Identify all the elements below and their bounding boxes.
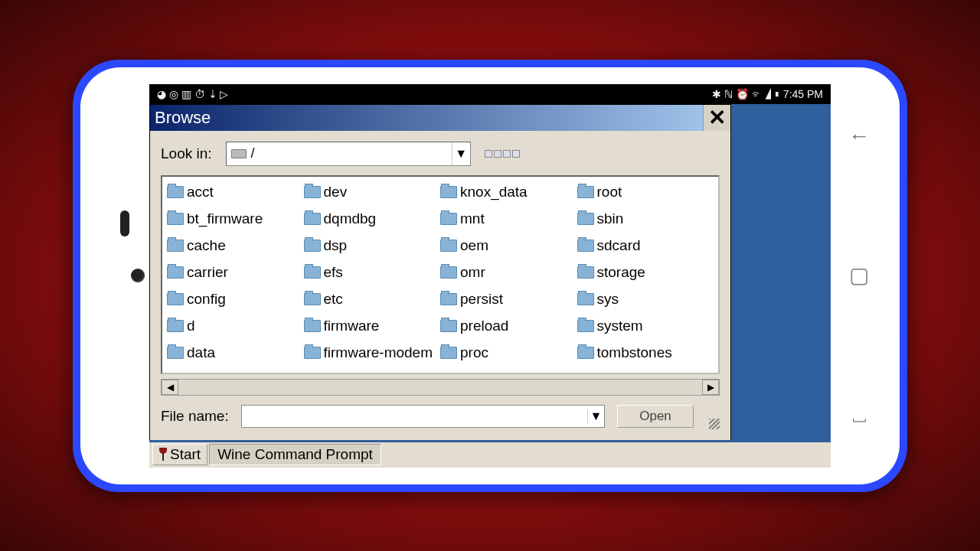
folder-icon (577, 266, 594, 279)
folder-item[interactable]: mnt (440, 208, 577, 230)
filename-row: File name: ▼ Open (161, 403, 720, 429)
folder-item[interactable]: oem (440, 235, 577, 256)
folder-icon (167, 320, 184, 332)
folder-item[interactable]: sdcard (577, 235, 714, 256)
filename-label: File name: (161, 408, 229, 425)
start-label: Start (170, 446, 201, 463)
folder-icon (577, 320, 594, 332)
folder-item[interactable]: tombstones (577, 342, 714, 364)
status-time: 7:45 PM (783, 88, 823, 100)
folder-icon (167, 347, 184, 359)
phone-frame: ◕ ◎ ▥ ⏱ ⇣ ▷ ✱ ℕ ⏰ ᯤ ◢ ▮ 7:45 PM Browse ✕… (73, 60, 907, 492)
chevron-down-icon[interactable]: ▼ (452, 142, 470, 165)
details-icon[interactable] (512, 150, 520, 158)
folder-item[interactable]: carrier (167, 262, 304, 283)
folder-icon (440, 266, 457, 279)
resize-grip[interactable] (709, 419, 720, 429)
nav-back-button[interactable]: ← (848, 124, 870, 148)
folder-icon (167, 240, 184, 252)
newfolder-icon[interactable] (494, 150, 501, 158)
folder-icon (577, 186, 594, 198)
phone-speaker (120, 210, 129, 236)
folder-item[interactable]: bt_firmware (167, 208, 304, 230)
folder-item[interactable]: acct (167, 181, 304, 203)
folder-item[interactable]: proc (440, 342, 577, 364)
scroll-left-button[interactable]: ◀ (162, 380, 178, 395)
folder-icon (440, 240, 457, 252)
folder-item[interactable]: sbin (577, 208, 714, 230)
folder-item[interactable]: cache (167, 235, 304, 256)
drive-icon (231, 149, 247, 158)
taskbar-item[interactable]: Wine Command Prompt (209, 444, 381, 465)
folder-icon (304, 186, 321, 198)
wine-icon (159, 448, 167, 461)
folder-icon (440, 293, 457, 305)
folder-icon (304, 266, 321, 279)
lookin-label: Look in: (161, 145, 212, 162)
file-column-4: root sbin sdcard storage sys system tomb… (577, 181, 714, 368)
phone-body: ◕ ◎ ▥ ⏱ ⇣ ▷ ✱ ℕ ⏰ ᯤ ◢ ▮ 7:45 PM Browse ✕… (80, 67, 900, 484)
folder-item[interactable]: system (577, 315, 714, 337)
lookin-value: / (251, 145, 452, 161)
folder-item[interactable]: etc (304, 289, 441, 310)
folder-item[interactable]: sys (577, 289, 714, 310)
desktop-area: Browse ✕ Look in: / ▼ (149, 104, 831, 468)
dialog-titlebar[interactable]: Browse ✕ (150, 105, 730, 131)
up-icon[interactable] (485, 150, 492, 158)
folder-item[interactable]: d (167, 315, 304, 337)
scroll-right-button[interactable]: ▶ (702, 380, 719, 395)
dialog-body: Look in: / ▼ (150, 131, 730, 440)
close-button[interactable]: ✕ (703, 105, 730, 131)
folder-icon (304, 240, 321, 252)
folder-icon (577, 213, 594, 225)
filename-input[interactable]: ▼ (241, 405, 605, 428)
folder-icon (577, 293, 594, 305)
taskbar: Start Wine Command Prompt (149, 440, 831, 468)
nav-home-button[interactable]: ⎵ (853, 403, 866, 427)
chevron-down-icon[interactable]: ▼ (587, 409, 604, 423)
status-right-glyphs: ✱ ℕ ⏰ ᯤ ◢ ▮ (712, 88, 779, 100)
folder-item[interactable]: storage (577, 262, 714, 283)
folder-item[interactable]: config (167, 289, 304, 310)
folder-item[interactable]: efs (304, 262, 441, 283)
folder-item[interactable]: firmware (304, 315, 441, 337)
browse-dialog: Browse ✕ Look in: / ▼ (149, 104, 731, 441)
folder-icon (304, 320, 321, 332)
screen: ◕ ◎ ▥ ⏱ ⇣ ▷ ✱ ℕ ⏰ ᯤ ◢ ▮ 7:45 PM Browse ✕… (149, 84, 831, 468)
folder-item[interactable]: knox_data (440, 181, 577, 203)
open-button[interactable]: Open (617, 405, 694, 428)
horizontal-scrollbar[interactable]: ◀ ▶ (161, 379, 720, 396)
status-right-icons: ✱ ℕ ⏰ ᯤ ◢ ▮ 7:45 PM (712, 88, 823, 100)
start-button[interactable]: Start (152, 444, 207, 465)
folder-icon (304, 213, 321, 225)
lookin-row: Look in: / ▼ (161, 142, 720, 166)
folder-item[interactable]: preload (440, 315, 577, 337)
status-left-icons: ◕ ◎ ▥ ⏱ ⇣ ▷ (157, 88, 228, 100)
android-nav: ← ▢ ⎵ (840, 67, 878, 484)
folder-icon (440, 347, 457, 359)
file-list[interactable]: acct bt_firmware cache carrier config d … (161, 175, 720, 374)
folder-item[interactable]: dsp (304, 235, 441, 256)
folder-icon (577, 240, 594, 252)
phone-camera (131, 269, 145, 282)
folder-item[interactable]: dqmdbg (304, 208, 441, 230)
folder-item[interactable]: dev (304, 181, 441, 203)
folder-icon (304, 347, 321, 359)
file-column-3: knox_data mnt oem omr persist preload pr… (440, 181, 577, 368)
android-status-bar: ◕ ◎ ▥ ⏱ ⇣ ▷ ✱ ℕ ⏰ ᯤ ◢ ▮ 7:45 PM (149, 84, 831, 104)
folder-icon (440, 213, 457, 225)
lookin-dropdown[interactable]: / ▼ (226, 142, 471, 166)
folder-item[interactable]: omr (440, 262, 577, 283)
folder-item[interactable]: root (577, 181, 714, 203)
status-left-glyphs: ◕ ◎ ▥ ⏱ ⇣ ▷ (157, 88, 228, 100)
list-icon[interactable] (503, 150, 511, 158)
dialog-title: Browse (155, 108, 211, 128)
view-toolbar[interactable] (485, 150, 520, 158)
folder-icon (440, 186, 457, 198)
file-column-2: dev dqmdbg dsp efs etc firmware firmware… (304, 181, 441, 368)
folder-icon (167, 186, 184, 198)
folder-item[interactable]: firmware-modem (304, 342, 441, 364)
folder-item[interactable]: data (167, 342, 304, 364)
nav-recents-button[interactable]: ▢ (849, 262, 869, 288)
folder-item[interactable]: persist (440, 289, 577, 310)
